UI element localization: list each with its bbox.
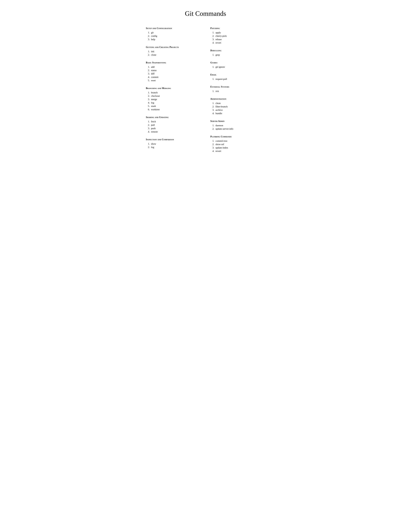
list-plumbing-commands: commit-treeshow-refupdate-indexrevert [210, 140, 265, 152]
list-patching: applycherry-pickrebaserevert [210, 31, 265, 44]
list-item: log [150, 146, 201, 149]
right-column: Patchingapplycherry-pickrebaserevertDebu… [210, 27, 265, 158]
list-item: bundle [215, 112, 265, 115]
section-sharing-updating: Sharing and Updatingfetchpullpushremote [146, 116, 201, 133]
list-basic-snapshotting: addstatusdiffcommitreset [146, 66, 201, 82]
list-item: commit-tree [215, 140, 265, 142]
list-item: remote [150, 130, 201, 133]
list-item: apply [215, 31, 265, 34]
list-item: config [150, 35, 201, 38]
heading-inspection-comparison: Inspection and Comparison [146, 138, 201, 141]
list-item: add [150, 66, 201, 68]
list-item: revert [215, 41, 265, 44]
section-patching: Patchingapplycherry-pickrebaserevert [210, 27, 265, 44]
heading-administration: Administration [210, 98, 265, 100]
list-guides: git ignore [210, 66, 265, 68]
heading-email: Email [210, 74, 265, 76]
list-item: merge [150, 98, 201, 101]
list-inspection-comparison: showlog [146, 142, 201, 149]
section-debugging: Debugginggrep [210, 49, 265, 56]
section-setup-config: Setup and Configurationgitconfighelp [146, 27, 201, 41]
list-item: git ignore [215, 66, 265, 68]
section-branching-merging: Branching and Mergingbranchcheckoutmerge… [146, 87, 201, 111]
heading-patching: Patching [210, 27, 265, 30]
heading-external-systems: External Systems [210, 86, 265, 88]
list-item: show [150, 142, 201, 145]
section-basic-snapshotting: Basic Snapshottingaddstatusdiffcommitres… [146, 61, 201, 82]
list-email: request-pull [210, 78, 265, 80]
heading-debugging: Debugging [210, 49, 265, 52]
section-plumbing-commands: Plumbing Commandscommit-treeshow-refupda… [210, 135, 265, 152]
list-setup-config: gitconfighelp [146, 31, 201, 41]
list-item: revert [215, 150, 265, 152]
list-debugging: grep [210, 54, 265, 56]
list-item: pull [150, 124, 201, 126]
list-sharing-updating: fetchpullpushremote [146, 120, 201, 133]
heading-getting-creating: Getting and Creating Projects [146, 46, 201, 48]
list-item: update-index [215, 146, 265, 149]
list-item: push [150, 127, 201, 130]
list-item: checkout [150, 95, 201, 97]
list-item: archive [215, 109, 265, 111]
page-title: Git Commands [146, 10, 265, 17]
list-branching-merging: branchcheckoutmergelogstashworktree [146, 91, 201, 111]
list-item: init [150, 50, 201, 53]
list-item: diff [150, 72, 201, 75]
list-item: commit [150, 76, 201, 78]
section-external-systems: External Systemssvn [210, 86, 265, 93]
two-column-layout: Setup and ConfigurationgitconfighelpGett… [146, 27, 265, 158]
list-item: log [150, 101, 201, 104]
list-item: clean [215, 102, 265, 105]
section-server-admin: Server Admindaemonupdate-server-info [210, 120, 265, 130]
heading-setup-config: Setup and Configuration [146, 27, 201, 30]
left-column: Setup and ConfigurationgitconfighelpGett… [146, 27, 201, 158]
list-item: status [150, 69, 201, 72]
section-email: Emailrequest-pull [210, 74, 265, 80]
section-getting-creating: Getting and Creating Projectsinitclone [146, 46, 201, 56]
list-item: reset [150, 79, 201, 82]
list-getting-creating: initclone [146, 50, 201, 56]
list-item: svn [215, 90, 265, 93]
list-item: clone [150, 54, 201, 56]
list-item: stash [150, 105, 201, 107]
section-guides: Guidesgit ignore [210, 61, 265, 68]
list-item: cherry-pick [215, 35, 265, 38]
heading-sharing-updating: Sharing and Updating [146, 116, 201, 119]
list-item: update-server-info [215, 127, 265, 130]
list-item: git [150, 31, 201, 34]
list-item: worktree [150, 108, 201, 111]
heading-server-admin: Server Admin [210, 120, 265, 123]
list-item: fetch [150, 120, 201, 123]
list-item: grep [215, 54, 265, 56]
section-inspection-comparison: Inspection and Comparisonshowlog [146, 138, 201, 149]
list-server-admin: daemonupdate-server-info [210, 124, 265, 130]
list-item: rebase [215, 38, 265, 41]
list-item: request-pull [215, 78, 265, 80]
heading-branching-merging: Branching and Merging [146, 87, 201, 90]
list-external-systems: svn [210, 90, 265, 93]
heading-plumbing-commands: Plumbing Commands [210, 135, 265, 138]
list-item: show-ref [215, 143, 265, 146]
list-item: branch [150, 91, 201, 94]
list-item: help [150, 38, 201, 41]
heading-guides: Guides [210, 61, 265, 64]
list-item: filter-branch [215, 105, 265, 108]
heading-basic-snapshotting: Basic Snapshotting [146, 61, 201, 64]
section-administration: Administrationcleanfilter-brancharchiveb… [210, 98, 265, 115]
list-administration: cleanfilter-brancharchivebundle [210, 102, 265, 115]
list-item: daemon [215, 124, 265, 127]
